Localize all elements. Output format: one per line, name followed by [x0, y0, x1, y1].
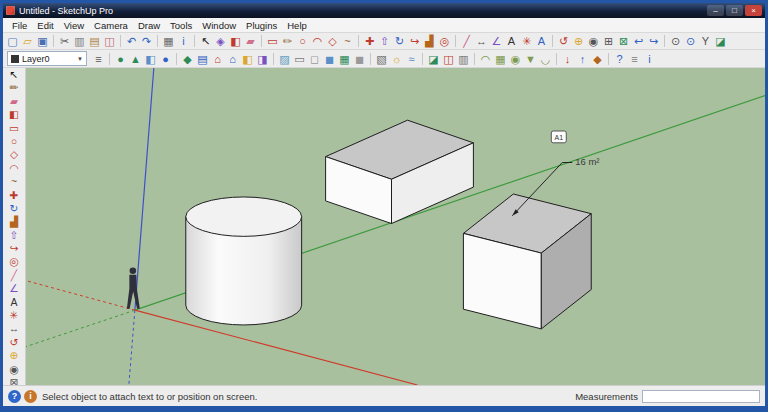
open-icon[interactable]: ▱: [20, 34, 35, 48]
follow-me-icon[interactable]: ↪: [407, 34, 422, 48]
shadows-toggle-icon[interactable]: ☼: [389, 52, 404, 66]
smoove-icon[interactable]: ◉: [508, 52, 523, 66]
zoom-extents-icon[interactable]: ⊠: [7, 376, 22, 385]
style-xray-icon[interactable]: ▨: [277, 52, 292, 66]
zoom-extents-icon[interactable]: ⊠: [616, 34, 631, 48]
text-icon[interactable]: A: [504, 34, 519, 48]
share-model-icon[interactable]: ↑: [575, 52, 590, 66]
freehand-icon[interactable]: ~: [7, 175, 22, 188]
menu-edit[interactable]: Edit: [32, 20, 58, 31]
zoom-icon[interactable]: ◉: [7, 363, 22, 376]
rotate-icon[interactable]: ↻: [392, 34, 407, 48]
menu-camera[interactable]: Camera: [89, 20, 133, 31]
move-icon[interactable]: ✚: [362, 34, 377, 48]
3d-text-icon[interactable]: A: [534, 34, 549, 48]
previous-view-icon[interactable]: ↩: [631, 34, 646, 48]
style-wireframe-icon[interactable]: ▭: [292, 52, 307, 66]
get-models-icon[interactable]: ↓: [560, 52, 575, 66]
move-icon[interactable]: ✚: [7, 189, 22, 202]
select-icon[interactable]: ↖: [198, 34, 213, 48]
follow-me-icon[interactable]: ↪: [7, 242, 22, 255]
measurements-input[interactable]: [642, 390, 760, 403]
layer-dropdown[interactable]: Layer0 ▼: [7, 51, 87, 66]
axes-icon[interactable]: ✳: [519, 34, 534, 48]
select-icon[interactable]: ↖: [7, 68, 22, 81]
menu-file[interactable]: File: [7, 20, 32, 31]
tape-measure-icon[interactable]: ╱: [7, 269, 22, 282]
display-section-cuts-icon[interactable]: ▥: [456, 52, 471, 66]
section-plane-icon[interactable]: ◪: [713, 34, 728, 48]
section-plane-tool-icon[interactable]: ◪: [426, 52, 441, 66]
offset-icon[interactable]: ◎: [437, 34, 452, 48]
sandbox-from-contours-icon[interactable]: ◠: [478, 52, 493, 66]
menu-tools[interactable]: Tools: [165, 20, 197, 31]
area-label[interactable]: 16 m²: [575, 157, 599, 168]
orbit-icon[interactable]: ↺: [7, 336, 22, 349]
print-icon[interactable]: ▦: [161, 34, 176, 48]
menu-window[interactable]: Window: [197, 20, 241, 31]
add-location-icon[interactable]: ●: [113, 52, 128, 66]
geolocation-info-icon[interactable]: i: [24, 390, 37, 403]
cylinder-top-face[interactable]: [186, 197, 302, 236]
protractor-icon[interactable]: ∠: [7, 282, 22, 295]
eraser-icon[interactable]: ▰: [7, 95, 22, 108]
eraser-icon[interactable]: ▰: [243, 34, 258, 48]
zoom-icon[interactable]: ◉: [586, 34, 601, 48]
style-shaded-icon[interactable]: ◼: [322, 52, 337, 66]
dimension-icon[interactable]: ↔: [474, 34, 489, 48]
look-around-icon[interactable]: ⊙: [683, 34, 698, 48]
view-left-icon[interactable]: ◧: [240, 52, 255, 66]
help-icon[interactable]: ?: [8, 390, 21, 403]
line-icon[interactable]: ✏: [280, 34, 295, 48]
paint-bucket-icon[interactable]: ◧: [7, 108, 22, 121]
orbit-icon[interactable]: ↺: [556, 34, 571, 48]
toggle-terrain-icon[interactable]: ▲: [128, 52, 143, 66]
erase-selected-icon[interactable]: ◫: [102, 34, 117, 48]
push-pull-icon[interactable]: ⇧: [7, 229, 22, 242]
layer-manager-icon[interactable]: ≡: [91, 52, 106, 66]
maximize-button[interactable]: □: [726, 5, 743, 16]
display-section-planes-icon[interactable]: ◫: [441, 52, 456, 66]
viewport[interactable]: 16 m² A1: [26, 68, 765, 385]
tape-measure-icon[interactable]: ╱: [459, 34, 474, 48]
view-top-icon[interactable]: ▤: [195, 52, 210, 66]
photo-textures-icon[interactable]: ◧: [143, 52, 158, 66]
drape-icon[interactable]: ◡: [538, 52, 553, 66]
menu-view[interactable]: View: [59, 20, 89, 31]
model-info-icon[interactable]: i: [176, 34, 191, 48]
menu-plugins[interactable]: Plugins: [241, 20, 282, 31]
circle-icon[interactable]: ○: [295, 34, 310, 48]
close-button[interactable]: ×: [745, 5, 762, 16]
copy-icon[interactable]: ▥: [72, 34, 87, 48]
view-right-icon[interactable]: ◨: [255, 52, 270, 66]
redo-icon[interactable]: ↷: [139, 34, 154, 48]
view-front-icon[interactable]: ⌂: [210, 52, 225, 66]
style-shaded-textures-icon[interactable]: ▦: [337, 52, 352, 66]
shadows-dialog-icon[interactable]: ▧: [374, 52, 389, 66]
circle-icon[interactable]: ○: [7, 135, 22, 148]
rectangle-icon[interactable]: ▭: [7, 122, 22, 135]
outliner-icon[interactable]: ≡: [627, 52, 642, 66]
arc-icon[interactable]: ◠: [7, 162, 22, 175]
offset-icon[interactable]: ◎: [7, 255, 22, 268]
rotate-icon[interactable]: ↻: [7, 202, 22, 215]
scale-icon[interactable]: ▟: [7, 215, 22, 228]
view-back-icon[interactable]: ⌂: [225, 52, 240, 66]
position-camera-icon[interactable]: ⊙: [668, 34, 683, 48]
arc-icon[interactable]: ◠: [310, 34, 325, 48]
next-view-icon[interactable]: ↪: [646, 34, 661, 48]
walk-icon[interactable]: Y: [698, 34, 713, 48]
zoom-window-icon[interactable]: ⊞: [601, 34, 616, 48]
entity-info-icon[interactable]: i: [642, 52, 657, 66]
push-pull-icon[interactable]: ⇧: [377, 34, 392, 48]
drawing-canvas[interactable]: 16 m² A1: [26, 68, 765, 385]
minimize-button[interactable]: –: [707, 5, 724, 16]
menu-draw[interactable]: Draw: [133, 20, 165, 31]
instructor-icon[interactable]: ?: [612, 52, 627, 66]
scale-icon[interactable]: ▟: [422, 34, 437, 48]
polygon-icon[interactable]: ◇: [325, 34, 340, 48]
paint-bucket-icon[interactable]: ◧: [228, 34, 243, 48]
protractor-icon[interactable]: ∠: [489, 34, 504, 48]
style-monochrome-icon[interactable]: ◼: [352, 52, 367, 66]
text-icon[interactable]: A: [7, 296, 22, 309]
